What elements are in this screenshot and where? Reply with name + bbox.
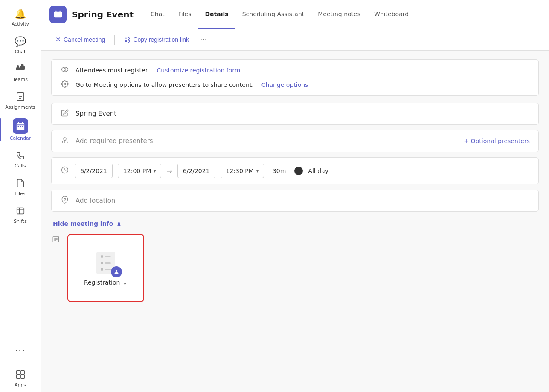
sidebar-item-calendar[interactable]: Calendar	[0, 114, 41, 145]
svg-rect-22	[54, 11, 62, 17]
registration-label: Registration ↓	[84, 279, 128, 286]
svg-rect-21	[20, 375, 24, 378]
allday-label: All day	[308, 167, 328, 174]
start-time-chevron: ▾	[154, 169, 156, 173]
sidebar-item-shifts[interactable]: Shifts	[0, 201, 41, 228]
sidebar-label-files: Files	[15, 191, 25, 196]
tab-scheduling[interactable]: Scheduling Assistant	[235, 0, 311, 29]
sidebar-item-teams[interactable]: Teams	[0, 59, 41, 86]
info-row-options: Go to Meeting options to allow presenter…	[60, 80, 530, 89]
arrow-icon: →	[166, 167, 172, 175]
toolbar: ✕ Cancel meeting ⛓ Copy registration lin…	[41, 29, 549, 51]
cancel-icon: ✕	[55, 36, 61, 43]
copy-link-icon: ⛓	[124, 36, 131, 43]
hide-meeting-info-toggle[interactable]: Hide meeting info ∧	[53, 217, 539, 232]
sidebar-item-more[interactable]: ···	[0, 340, 41, 361]
svg-rect-1	[20, 66, 25, 70]
tab-meeting-notes[interactable]: Meeting notes	[311, 0, 367, 29]
sidebar-item-files[interactable]: Files	[0, 173, 41, 201]
sidebar-label-chat: Chat	[15, 49, 26, 55]
sidebar-item-calls[interactable]: Calls	[0, 145, 41, 173]
svg-point-37	[116, 270, 118, 272]
change-options-link[interactable]: Change options	[261, 81, 308, 88]
copy-link-button[interactable]: ⛓ Copy registration link	[120, 34, 193, 46]
tab-chat[interactable]: Chat	[144, 0, 171, 29]
files-icon	[15, 177, 26, 189]
title-value: Spring Event	[76, 110, 530, 118]
copy-link-label: Copy registration link	[133, 36, 189, 43]
sidebar-label-shifts: Shifts	[14, 219, 27, 224]
svg-point-26	[62, 67, 68, 72]
apps-icon	[15, 369, 26, 380]
sidebar-item-assignments[interactable]: Assignments	[0, 86, 41, 114]
sidebar: 🔔 Activity 💬 Chat Teams Assignments Cale…	[0, 0, 41, 392]
sidebar-label-activity: Activity	[12, 21, 29, 27]
tab-whiteboard[interactable]: Whiteboard	[367, 0, 415, 29]
svg-rect-12	[17, 126, 19, 127]
start-time-value: 12:00 PM	[123, 167, 151, 174]
sidebar-label-assignments: Assignments	[5, 104, 35, 110]
presenters-field[interactable]: Add required presenters + Optional prese…	[51, 130, 539, 152]
sidebar-item-chat[interactable]: 💬 Chat	[0, 31, 41, 59]
location-placeholder: Add location	[76, 197, 530, 205]
registration-card[interactable]: Registration ↓	[67, 234, 144, 302]
svg-rect-0	[16, 67, 20, 70]
more-icon: ···	[15, 345, 26, 357]
teams-icon	[15, 63, 26, 75]
svg-point-27	[64, 69, 66, 71]
sidebar-label-teams: Teams	[13, 77, 28, 82]
info-box: Attendees must register. Customize regis…	[51, 59, 539, 96]
tab-files[interactable]: Files	[171, 0, 198, 29]
svg-rect-19	[20, 371, 24, 374]
tab-details[interactable]: Details	[198, 0, 235, 29]
registration-area: Registration ↓	[51, 234, 539, 302]
presenter-icon	[60, 136, 70, 146]
optional-presenters-link[interactable]: + Optional presenters	[464, 138, 530, 144]
end-time-field[interactable]: 12:30 PM ▾	[221, 164, 264, 178]
clock-icon	[60, 166, 70, 176]
end-date-field[interactable]: 6/2/2021	[177, 164, 215, 178]
info-row-registration: Attendees must register. Customize regis…	[60, 66, 530, 75]
svg-rect-14	[22, 126, 23, 127]
svg-rect-18	[16, 371, 20, 374]
toggle-label: Hide meeting info	[53, 220, 113, 227]
main-content: Spring Event Chat Files Details Scheduli…	[41, 0, 549, 392]
end-time-value: 12:30 PM	[226, 167, 254, 174]
chat-icon: 💬	[15, 35, 26, 47]
content-area: Attendees must register. Customize regis…	[41, 51, 549, 392]
svg-point-3	[21, 64, 23, 66]
sidebar-label-calls: Calls	[15, 163, 26, 169]
location-field[interactable]: Add location	[51, 190, 539, 212]
tab-bar: Chat Files Details Scheduling Assistant …	[144, 0, 415, 29]
svg-point-29	[64, 138, 66, 140]
sidebar-item-apps[interactable]: Apps	[0, 364, 41, 392]
start-time-field[interactable]: 12:00 PM ▾	[118, 164, 161, 178]
svg-point-28	[64, 83, 66, 85]
svg-point-2	[17, 65, 19, 67]
activity-icon: 🔔	[15, 8, 26, 20]
duration-display: 30m	[269, 167, 289, 174]
svg-rect-20	[16, 375, 20, 378]
pencil-icon	[60, 109, 70, 118]
start-date-field[interactable]: 6/2/2021	[75, 164, 113, 178]
sidebar-item-activity[interactable]: 🔔 Activity	[0, 3, 41, 31]
list-icon	[51, 236, 61, 245]
shifts-icon	[15, 205, 26, 217]
chevron-up-icon: ∧	[116, 220, 121, 227]
more-options-button[interactable]: ···	[197, 33, 211, 46]
info-text-options: Go to Meeting options to allow presenter…	[76, 81, 254, 88]
download-icon: ↓	[122, 279, 128, 286]
registration-text: Registration	[84, 279, 120, 286]
cancel-meeting-button[interactable]: ✕ Cancel meeting	[51, 33, 109, 46]
customize-form-link[interactable]: Customize registration form	[157, 67, 241, 74]
svg-point-32	[64, 198, 66, 200]
svg-rect-15	[17, 208, 24, 214]
reg-badge	[111, 266, 122, 277]
settings-icon	[60, 80, 70, 89]
meeting-title: Spring Event	[72, 9, 134, 20]
allday-toggle[interactable]	[294, 167, 303, 175]
sidebar-label-calendar: Calendar	[10, 135, 31, 141]
info-text-registration: Attendees must register.	[76, 67, 149, 74]
assignments-icon	[15, 91, 26, 103]
title-field[interactable]: Spring Event	[51, 103, 539, 125]
